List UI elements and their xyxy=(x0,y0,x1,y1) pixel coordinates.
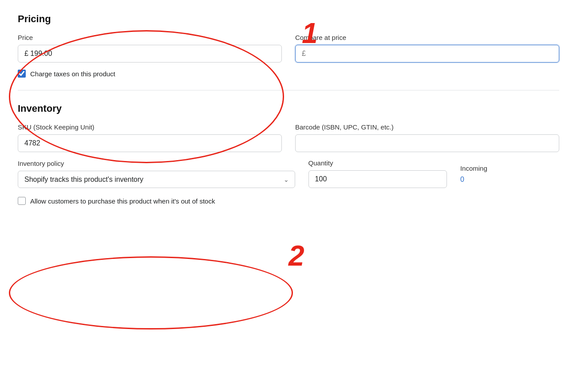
pricing-fields-row: Price Compare at price xyxy=(18,34,559,63)
sku-input[interactable] xyxy=(18,134,282,152)
inventory-policy-select[interactable]: Shopify tracks this product's inventory … xyxy=(18,171,295,188)
inventory-section: Inventory SKU (Stock Keeping Unit) Barco… xyxy=(18,103,559,205)
price-input[interactable] xyxy=(18,45,282,63)
inventory-policy-select-wrapper: Shopify tracks this product's inventory … xyxy=(18,171,295,188)
barcode-input[interactable] xyxy=(295,134,559,152)
quantity-label: Quantity xyxy=(308,159,447,167)
allow-purchase-label[interactable]: Allow customers to purchase this product… xyxy=(30,197,215,205)
allow-purchase-checkbox[interactable] xyxy=(18,197,26,205)
pricing-section: Pricing Price Compare at price Charge ta… xyxy=(18,13,559,78)
incoming-group: Incoming 0 xyxy=(460,165,559,188)
inventory-policy-group: Inventory policy Shopify tracks this pro… xyxy=(18,160,295,188)
barcode-label: Barcode (ISBN, UPC, GTIN, etc.) xyxy=(295,123,559,131)
annotation-circle-2 xyxy=(9,256,293,329)
pricing-title: Pricing xyxy=(18,13,559,25)
charge-taxes-label[interactable]: Charge taxes on this product xyxy=(30,70,115,78)
inventory-title: Inventory xyxy=(18,103,559,114)
section-divider xyxy=(18,90,559,90)
compare-price-label: Compare at price xyxy=(295,34,559,41)
barcode-group: Barcode (ISBN, UPC, GTIN, etc.) xyxy=(295,123,559,152)
price-label: Price xyxy=(18,34,282,41)
inventory-policy-label: Inventory policy xyxy=(18,160,295,167)
incoming-value: 0 xyxy=(460,176,559,188)
charge-taxes-row: Charge taxes on this product xyxy=(18,70,559,78)
sku-label: SKU (Stock Keeping Unit) xyxy=(18,123,282,131)
incoming-label: Incoming xyxy=(460,165,559,172)
compare-price-group: Compare at price xyxy=(295,34,559,63)
sku-group: SKU (Stock Keeping Unit) xyxy=(18,123,282,152)
quantity-group: Quantity xyxy=(308,159,447,188)
quantity-input[interactable] xyxy=(308,170,447,188)
annotation-number-2: 2 xyxy=(288,239,304,272)
charge-taxes-checkbox[interactable] xyxy=(18,70,26,78)
allow-purchase-row: Allow customers to purchase this product… xyxy=(18,197,559,205)
price-group: Price xyxy=(18,34,282,63)
compare-price-input[interactable] xyxy=(295,45,559,63)
policy-quantity-row: Inventory policy Shopify tracks this pro… xyxy=(18,159,559,188)
sku-barcode-row: SKU (Stock Keeping Unit) Barcode (ISBN, … xyxy=(18,123,559,152)
